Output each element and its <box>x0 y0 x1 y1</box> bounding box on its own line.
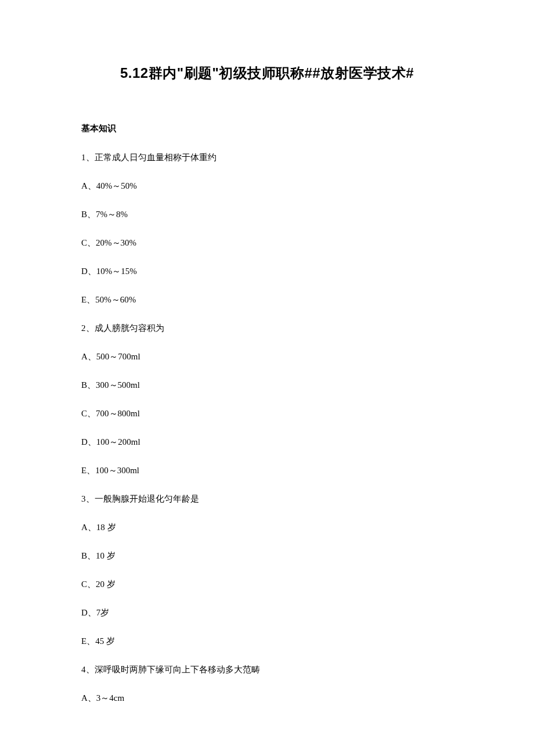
question-option: C、20%～30% <box>81 237 453 249</box>
question-option: E、100～300ml <box>81 465 453 477</box>
question-option: D、100～200ml <box>81 436 453 448</box>
question-stem: 2、成人膀胱匀容积为 <box>81 322 453 334</box>
question-option: B、10 岁 <box>81 550 453 562</box>
question-option: B、300～500ml <box>81 379 453 391</box>
section-heading: 基本知识 <box>81 123 453 134</box>
question-option: A、18 岁 <box>81 521 453 534</box>
question-option: A、500～700ml <box>81 351 453 363</box>
question-option: D、7岁 <box>81 607 453 619</box>
question-option: E、45 岁 <box>81 635 453 647</box>
question-option: B、7%～8% <box>81 208 453 221</box>
question-option: A、40%～50% <box>81 180 453 192</box>
question-option: A、3～4cm <box>81 692 453 704</box>
page-title: 5.12群内"刷题"初级技师职称##放射医学技术# <box>81 64 453 82</box>
question-option: C、700～800ml <box>81 408 453 420</box>
question-stem: 3、一般胸腺开始退化匀年龄是 <box>81 493 453 505</box>
question-option: C、20 岁 <box>81 578 453 591</box>
question-option: E、50%～60% <box>81 294 453 306</box>
question-stem: 4、深呼吸时两肺下缘可向上下各移动多大范畴 <box>81 664 453 676</box>
question-option: D、10%～15% <box>81 265 453 278</box>
question-stem: 1、正常成人日匀血量相称于体重约 <box>81 152 453 164</box>
